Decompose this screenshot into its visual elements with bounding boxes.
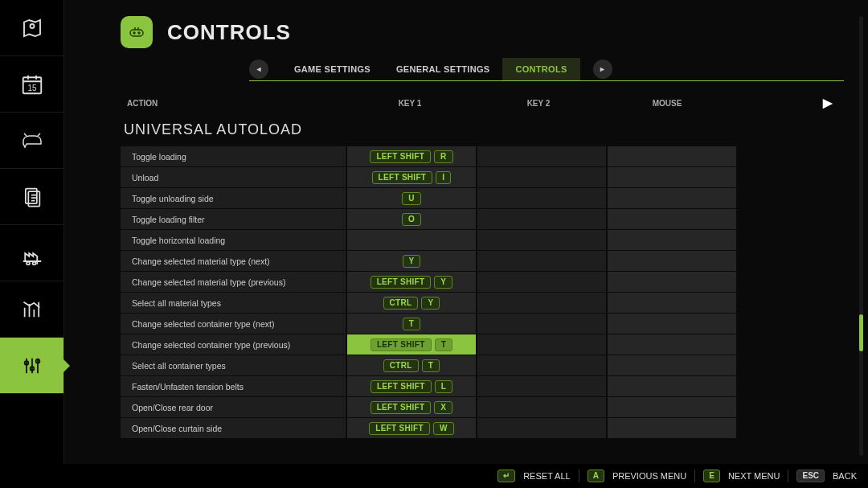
key1-cell[interactable]: LEFT SHIFTX — [347, 397, 476, 417]
binding-row[interactable]: Toggle loadingLEFT SHIFTR — [121, 146, 844, 166]
sidebar-item-map[interactable] — [0, 0, 63, 56]
key2-cell[interactable] — [477, 209, 606, 229]
tab-prev-arrow[interactable]: ◄ — [249, 59, 268, 79]
mouse-cell[interactable] — [608, 355, 736, 375]
binding-row[interactable]: Toggle unloading sideU — [121, 188, 844, 208]
keycap: X — [434, 401, 452, 414]
scrollbar-thumb[interactable] — [859, 314, 863, 351]
binding-row[interactable]: Open/Close curtain sideLEFT SHIFTW — [121, 418, 844, 438]
tab-controls[interactable]: CONTROLS — [502, 58, 579, 80]
mouse-cell[interactable] — [608, 397, 736, 417]
keycap: CTRL — [383, 297, 419, 310]
key2-cell[interactable] — [477, 334, 606, 355]
tab-next-arrow[interactable]: ► — [593, 59, 612, 79]
column-headers: ACTION KEY 1 KEY 2 MOUSE ▶ — [121, 89, 844, 117]
header-key1: KEY 1 — [346, 99, 474, 108]
binding-row[interactable]: Change selected container type (previous… — [121, 334, 844, 355]
key2-cell[interactable] — [477, 251, 606, 271]
binding-row[interactable]: UnloadLEFT SHIFTI — [121, 167, 844, 187]
key2-cell[interactable] — [477, 146, 606, 166]
binding-row[interactable]: Toggle loading filterO — [121, 209, 844, 229]
mouse-cell[interactable] — [608, 188, 736, 208]
key1-cell[interactable]: U — [347, 188, 476, 208]
svg-point-5 — [27, 261, 30, 265]
play-icon[interactable]: ▶ — [823, 96, 833, 110]
keycap: LEFT SHIFT — [371, 338, 432, 351]
key2-cell[interactable] — [477, 272, 606, 292]
mouse-cell[interactable] — [608, 314, 736, 334]
key2-cell[interactable] — [477, 355, 606, 375]
key2-cell[interactable] — [477, 376, 606, 396]
mouse-cell[interactable] — [608, 376, 736, 396]
svg-point-6 — [32, 261, 35, 265]
mouse-cell[interactable] — [608, 167, 736, 187]
mouse-cell[interactable] — [608, 334, 736, 355]
mouse-cell[interactable] — [608, 272, 736, 292]
key2-cell[interactable] — [477, 397, 606, 417]
key1-cell[interactable]: Y — [347, 251, 476, 271]
binding-row[interactable]: Open/Close rear doorLEFT SHIFTX — [121, 397, 844, 417]
sidebar-item-calendar[interactable]: 15 — [0, 56, 63, 113]
keycap: T — [403, 318, 420, 330]
key1-cell[interactable]: LEFT SHIFTL — [347, 376, 476, 396]
key1-cell[interactable]: LEFT SHIFTI — [347, 167, 476, 187]
action-label: Toggle loading — [121, 146, 346, 166]
mouse-cell[interactable] — [608, 230, 736, 250]
sidebar-item-production[interactable] — [0, 225, 63, 281]
next-menu-key: E — [703, 470, 720, 482]
keycap: LEFT SHIFT — [370, 150, 431, 163]
key2-cell[interactable] — [477, 188, 606, 208]
sidebar-item-stats[interactable] — [0, 281, 63, 338]
mouse-cell[interactable] — [608, 293, 736, 313]
reset-label[interactable]: RESET ALL — [523, 471, 571, 481]
key1-cell[interactable] — [347, 230, 476, 250]
key1-cell[interactable]: LEFT SHIFTR — [347, 146, 476, 166]
prev-menu-label[interactable]: PREVIOUS MENU — [612, 471, 686, 481]
mouse-cell[interactable] — [608, 209, 736, 229]
binding-row[interactable]: Select all material typesCTRLY — [121, 293, 844, 313]
keycap: O — [402, 213, 421, 226]
key1-cell[interactable]: LEFT SHIFTT — [347, 334, 476, 355]
divider — [788, 470, 788, 482]
mouse-cell[interactable] — [608, 251, 736, 271]
binding-row[interactable]: Change selected material type (next)Y — [121, 251, 844, 271]
footer-bar: ↵ RESET ALL A PREVIOUS MENU E NEXT MENU … — [0, 464, 868, 488]
action-label: Toggle loading filter — [121, 209, 346, 229]
action-label: Open/Close curtain side — [121, 418, 346, 438]
keycap: R — [434, 150, 453, 163]
binding-row[interactable]: Fasten/Unfasten tension beltsLEFT SHIFTL — [121, 376, 844, 396]
mouse-cell[interactable] — [608, 418, 736, 438]
mouse-cell[interactable] — [608, 146, 736, 166]
key2-cell[interactable] — [477, 167, 606, 187]
key2-cell[interactable] — [477, 230, 606, 250]
tab-game-settings[interactable]: GAME SETTINGS — [281, 58, 383, 80]
key1-cell[interactable]: CTRLT — [347, 355, 476, 375]
sidebar-item-notes[interactable] — [0, 169, 63, 225]
scrollbar-track[interactable] — [859, 16, 863, 456]
back-key: ESC — [796, 470, 825, 482]
key2-cell[interactable] — [477, 293, 606, 313]
prev-menu-key: A — [588, 470, 604, 482]
key2-cell[interactable] — [477, 418, 606, 438]
key1-cell[interactable]: CTRLY — [347, 293, 476, 313]
binding-row[interactable]: Change selected container type (next)T — [121, 314, 844, 334]
next-menu-label[interactable]: NEXT MENU — [728, 471, 780, 481]
divider — [694, 470, 695, 482]
binding-row[interactable]: Select all container typesCTRLT — [121, 355, 844, 375]
binding-row[interactable]: Toggle horizontal loading — [121, 230, 844, 250]
tab-general-settings[interactable]: GENERAL SETTINGS — [383, 58, 502, 80]
key1-cell[interactable]: LEFT SHIFTY — [347, 272, 476, 292]
key1-cell[interactable]: O — [347, 209, 476, 229]
key1-cell[interactable]: LEFT SHIFTW — [347, 418, 476, 438]
sidebar-item-animals[interactable] — [0, 113, 63, 169]
keycap: LEFT SHIFT — [371, 401, 432, 414]
binding-row[interactable]: Change selected material type (previous)… — [121, 272, 844, 292]
back-label[interactable]: BACK — [833, 471, 857, 481]
keycap: LEFT SHIFT — [371, 276, 432, 289]
sidebar-item-settings[interactable] — [0, 338, 63, 394]
header-action: ACTION — [121, 99, 346, 108]
key1-cell[interactable]: T — [347, 314, 476, 334]
keycap: Y — [421, 297, 440, 310]
header-key2: KEY 2 — [474, 99, 603, 108]
key2-cell[interactable] — [477, 314, 606, 334]
